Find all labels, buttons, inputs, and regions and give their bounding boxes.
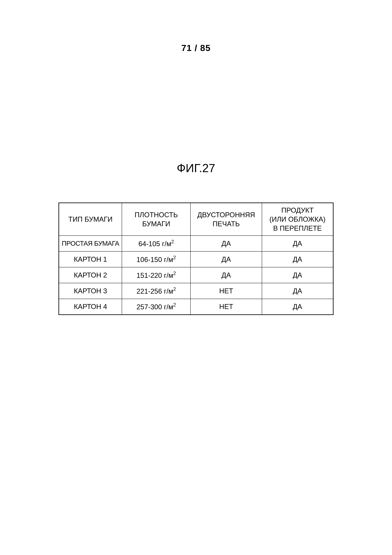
cell-density: 221-256 г/м2: [122, 283, 191, 299]
cell-binding: ДА: [262, 299, 333, 315]
cell-density: 106-150 г/м2: [122, 251, 191, 267]
header-duplex: ДВУСТОРОННЯЯПЕЧАТЬ: [191, 203, 262, 236]
cell-density: 257-300 г/м2: [122, 299, 191, 315]
cell-density: 151-220 г/м2: [122, 267, 191, 283]
cell-duplex: ДА: [191, 251, 262, 267]
cell-density: 64-105 г/м2: [122, 236, 191, 251]
header-binding-line1: ПРОДУКТ: [281, 206, 314, 214]
cell-duplex: НЕТ: [191, 283, 262, 299]
cell-paper-type: ПРОСТАЯ БУМАГА: [59, 236, 122, 251]
table-row: КАРТОН 1 106-150 г/м2 ДА ДА: [59, 251, 333, 267]
header-binding-line3: В ПЕРЕПЛЕТЕ: [273, 224, 322, 232]
cell-binding: ДА: [262, 267, 333, 283]
header-density: ПЛОТНОСТЬБУМАГИ: [122, 203, 191, 236]
paper-types-table-container: ТИП БУМАГИ ПЛОТНОСТЬБУМАГИ ДВУСТОРОННЯЯП…: [58, 203, 334, 315]
table-row: КАРТОН 2 151-220 г/м2 ДА ДА: [59, 267, 333, 283]
header-duplex-text: ДВУСТОРОННЯЯПЕЧАТЬ: [197, 211, 255, 228]
table-row: ПРОСТАЯ БУМАГА 64-105 г/м2 ДА ДА: [59, 236, 333, 251]
cell-binding: ДА: [262, 283, 333, 299]
table-header-row: ТИП БУМАГИ ПЛОТНОСТЬБУМАГИ ДВУСТОРОННЯЯП…: [59, 203, 333, 236]
header-binding: ПРОДУКТ (ИЛИ ОБЛОЖКА) В ПЕРЕПЛЕТЕ: [262, 203, 333, 236]
cell-paper-type: КАРТОН 3: [59, 283, 122, 299]
cell-binding: ДА: [262, 236, 333, 251]
cell-paper-type: КАРТОН 1: [59, 251, 122, 267]
header-paper-type: ТИП БУМАГИ: [59, 203, 122, 236]
cell-paper-type: КАРТОН 2: [59, 267, 122, 283]
header-density-line1: ПЛОТНОСТЬБУМАГИ: [135, 211, 178, 228]
cell-duplex: ДА: [191, 267, 262, 283]
table-row: КАРТОН 4 257-300 г/м2 НЕТ ДА: [59, 299, 333, 315]
cell-duplex: ДА: [191, 236, 262, 251]
paper-types-table: ТИП БУМАГИ ПЛОТНОСТЬБУМАГИ ДВУСТОРОННЯЯП…: [58, 203, 334, 315]
cell-paper-type: КАРТОН 4: [59, 299, 122, 315]
cell-binding: ДА: [262, 251, 333, 267]
page-number: 71 / 85: [0, 43, 392, 53]
header-binding-line2: (ИЛИ ОБЛОЖКА): [270, 215, 326, 223]
figure-label: ФИГ.27: [0, 161, 392, 175]
cell-duplex: НЕТ: [191, 299, 262, 315]
table-row: КАРТОН 3 221-256 г/м2 НЕТ ДА: [59, 283, 333, 299]
